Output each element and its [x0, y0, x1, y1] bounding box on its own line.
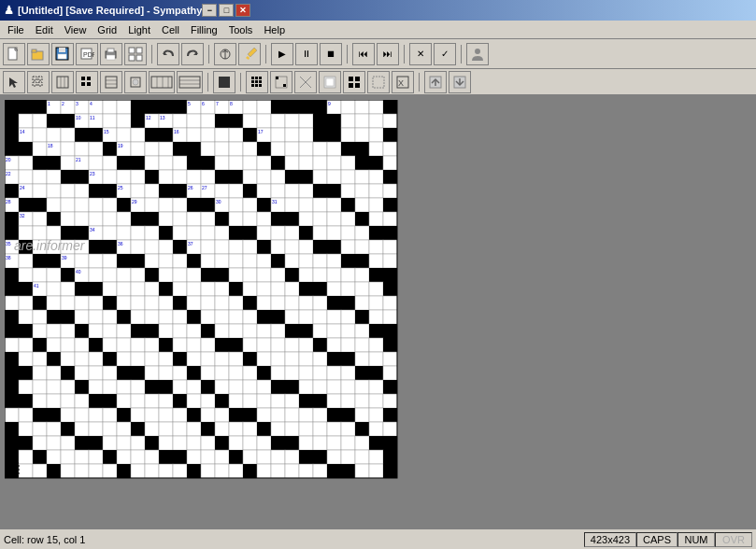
minimize-button[interactable]: −	[202, 4, 217, 17]
svg-rect-33	[87, 82, 91, 86]
svg-rect-55	[259, 84, 262, 87]
sep1	[151, 45, 152, 63]
svg-rect-30	[81, 77, 85, 80]
svg-point-22	[475, 49, 480, 54]
select-tool[interactable]	[27, 71, 50, 93]
title-bar: ♟ [Untitled] [Save Required] - Sympathy …	[0, 0, 756, 21]
properties-button[interactable]	[124, 43, 147, 65]
svg-rect-63	[349, 77, 353, 81]
sep-t2-3	[419, 73, 420, 92]
toolbar-main: PDF ▶ ⏸ ⏹ ⏮ ⏭ ✕ ✓	[0, 39, 756, 69]
sep-t2-2	[240, 73, 241, 92]
grid-wide2[interactable]	[177, 71, 203, 93]
menu-tools[interactable]: Tools	[223, 22, 259, 37]
cursor-tool[interactable]	[3, 71, 25, 93]
menu-file[interactable]: File	[2, 22, 30, 37]
pattern-tool1[interactable]	[246, 71, 268, 93]
sep5	[404, 45, 405, 63]
pause-button[interactable]: ⏸	[295, 43, 318, 65]
sym-button[interactable]	[214, 43, 236, 65]
maximize-button[interactable]: □	[219, 4, 234, 17]
pattern-tool2[interactable]	[270, 71, 292, 93]
svg-rect-12	[129, 48, 135, 53]
svg-rect-64	[355, 77, 360, 81]
svg-rect-32	[81, 82, 85, 86]
main-content: are.informer	[0, 95, 756, 528]
pattern-tool4[interactable]	[319, 71, 341, 93]
menu-cell[interactable]: Cell	[156, 22, 185, 37]
user-button[interactable]	[466, 43, 489, 65]
pencil-button[interactable]	[238, 43, 261, 65]
menu-help[interactable]: Help	[258, 22, 291, 37]
svg-rect-67	[373, 77, 384, 88]
sep3	[265, 45, 266, 63]
svg-rect-23	[33, 77, 36, 80]
menu-grid[interactable]: Grid	[92, 22, 122, 37]
sep-t2-1	[207, 73, 208, 92]
grid-container[interactable]: are.informer	[0, 95, 403, 528]
sep6	[461, 45, 462, 63]
toolbar-secondary: X	[0, 69, 756, 95]
svg-rect-49	[259, 77, 262, 79]
print-button[interactable]	[100, 43, 122, 65]
svg-rect-20	[248, 48, 257, 57]
grid-tool3[interactable]	[100, 71, 122, 93]
svg-rect-27	[57, 77, 68, 88]
svg-rect-31	[87, 77, 91, 80]
svg-text:PDF: PDF	[83, 51, 94, 58]
redo-button[interactable]	[181, 43, 204, 65]
block-tool[interactable]	[213, 71, 235, 93]
grid-wrapper: are.informer	[5, 100, 398, 481]
svg-rect-48	[255, 77, 258, 79]
svg-rect-57	[276, 77, 278, 79]
svg-rect-47	[251, 77, 254, 79]
pattern-tool7[interactable]: X	[392, 71, 414, 93]
title-bar-icon: ♟	[4, 4, 14, 17]
cancel-button[interactable]: ✕	[409, 43, 432, 65]
svg-rect-13	[136, 48, 142, 53]
grid-tool2[interactable]	[76, 71, 98, 93]
svg-rect-14	[129, 55, 135, 61]
stop-button[interactable]: ⏹	[320, 43, 342, 65]
svg-rect-24	[38, 77, 42, 80]
crossword-canvas[interactable]	[5, 100, 398, 479]
svg-rect-53	[251, 84, 254, 87]
export-tool1[interactable]	[424, 71, 447, 93]
export-tool2[interactable]	[449, 71, 471, 93]
svg-rect-62	[326, 78, 334, 86]
svg-rect-11	[107, 55, 115, 60]
grid-wide1[interactable]	[149, 71, 175, 93]
confirm-button[interactable]: ✓	[434, 43, 456, 65]
svg-rect-52	[259, 80, 262, 83]
pattern-tool3[interactable]	[294, 71, 317, 93]
undo-button[interactable]	[157, 43, 179, 65]
export-button[interactable]: PDF	[76, 43, 98, 65]
menu-light[interactable]: Light	[122, 22, 156, 37]
save-button[interactable]	[51, 43, 74, 65]
open-file-button[interactable]	[27, 43, 50, 65]
svg-rect-51	[255, 80, 258, 83]
pattern-tool6[interactable]	[367, 71, 390, 93]
svg-rect-10	[107, 49, 114, 52]
new-button[interactable]	[3, 43, 25, 65]
sep2	[208, 45, 209, 63]
prev-button[interactable]: ⏮	[352, 43, 375, 65]
svg-rect-65	[349, 83, 353, 88]
pattern-tool5[interactable]	[343, 71, 365, 93]
svg-rect-39	[151, 77, 172, 88]
menu-filling[interactable]: Filling	[185, 22, 223, 37]
next-button[interactable]: ⏭	[377, 43, 399, 65]
grid-tool4[interactable]	[124, 71, 147, 93]
menu-view[interactable]: View	[59, 22, 93, 37]
svg-rect-3	[32, 49, 36, 52]
grid-tool1[interactable]	[51, 71, 74, 93]
play-button[interactable]: ▶	[271, 43, 293, 65]
menu-bar: File Edit View Grid Light Cell Filling T…	[0, 21, 756, 39]
svg-rect-6	[58, 54, 66, 59]
svg-rect-5	[59, 48, 65, 52]
svg-rect-50	[251, 80, 254, 83]
svg-rect-54	[255, 84, 258, 87]
menu-edit[interactable]: Edit	[30, 22, 59, 37]
svg-rect-58	[283, 84, 286, 87]
close-button[interactable]: ✕	[235, 4, 250, 17]
